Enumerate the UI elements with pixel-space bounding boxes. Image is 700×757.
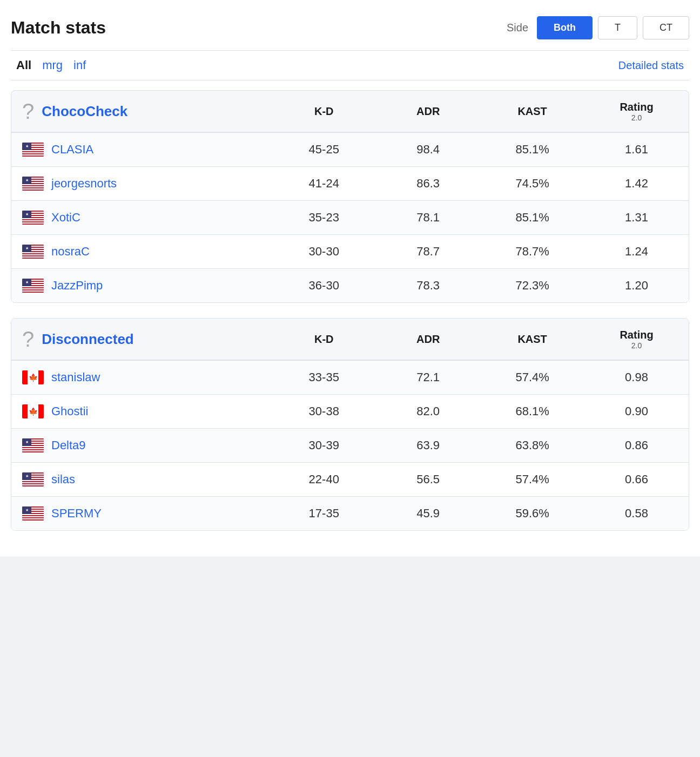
team-block-disconnected: ? Disconnected K-D ADR KAST Rating2.0 st… — [11, 318, 689, 531]
flag-us-icon — [22, 211, 44, 225]
stat-kd: 41-24 — [272, 167, 376, 200]
player-cell: silas — [11, 463, 272, 496]
stat-adr: 45.9 — [376, 497, 480, 530]
stat-adr: 63.9 — [376, 429, 480, 462]
stat-adr: 86.3 — [376, 167, 480, 200]
stat-kast: 68.1% — [480, 395, 584, 428]
stat-kast: 74.5% — [480, 167, 584, 200]
player-name[interactable]: XotiC — [51, 211, 80, 225]
flag-us-icon — [22, 506, 44, 521]
stat-kast: 78.7% — [480, 235, 584, 268]
col-kast-1: KAST — [480, 96, 584, 127]
stat-kast: 85.1% — [480, 133, 584, 166]
stat-rating: 0.98 — [584, 361, 689, 394]
player-row: Ghostii 30-38 82.0 68.1% 0.90 — [11, 394, 689, 428]
player-cell: jeorgesnorts — [11, 167, 272, 200]
stat-rating: 0.58 — [584, 497, 689, 530]
player-row: nosraC 30-30 78.7 78.7% 1.24 — [11, 234, 689, 268]
flag-us-icon — [22, 143, 44, 157]
stat-rating: 1.24 — [584, 235, 689, 268]
page-header: Match stats Side Both T CT — [11, 11, 689, 50]
team-logo-placeholder-2: ? — [22, 328, 34, 350]
player-name[interactable]: SPERMY — [51, 506, 102, 521]
stat-adr: 72.1 — [376, 361, 480, 394]
filter-tabs: All mrg inf — [16, 58, 86, 72]
player-name[interactable]: CLASIA — [51, 143, 93, 157]
player-row: stanislaw 33-35 72.1 57.4% 0.98 — [11, 360, 689, 394]
team-block-chococheck: ? ChocoCheck K-D ADR KAST Rating2.0 CLAS… — [11, 90, 689, 303]
filter-tab-mrg[interactable]: mrg — [42, 58, 63, 72]
flag-ca-icon — [22, 370, 44, 384]
stat-kd: 33-35 — [272, 361, 376, 394]
stat-adr: 78.7 — [376, 235, 480, 268]
player-cell: CLASIA — [11, 133, 272, 166]
player-row: Delta9 30-39 63.9 63.8% 0.86 — [11, 428, 689, 462]
flag-us-icon — [22, 279, 44, 293]
col-kd-1: K-D — [272, 96, 376, 127]
stat-adr: 82.0 — [376, 395, 480, 428]
stat-rating: 1.20 — [584, 269, 689, 302]
player-row: jeorgesnorts 41-24 86.3 74.5% 1.42 — [11, 166, 689, 200]
player-cell: SPERMY — [11, 497, 272, 530]
flag-ca-icon — [22, 404, 44, 418]
page-title: Match stats — [11, 18, 106, 38]
stat-kd: 22-40 — [272, 463, 376, 496]
side-label: Side — [507, 22, 528, 34]
team-name-cell-chococheck: ? ChocoCheck — [11, 91, 272, 132]
col-rating-1: Rating2.0 — [584, 91, 689, 132]
team-header-disconnected: ? Disconnected K-D ADR KAST Rating2.0 — [11, 319, 689, 360]
stat-kast: 57.4% — [480, 361, 584, 394]
col-rating-2: Rating2.0 — [584, 319, 689, 360]
stat-kd: 30-39 — [272, 429, 376, 462]
side-btn-ct[interactable]: CT — [643, 16, 689, 39]
stat-kd: 36-30 — [272, 269, 376, 302]
flag-us-icon — [22, 245, 44, 259]
stat-kast: 85.1% — [480, 201, 584, 234]
player-name[interactable]: Delta9 — [51, 438, 86, 452]
stat-rating: 1.42 — [584, 167, 689, 200]
detailed-stats-link[interactable]: Detailed stats — [618, 59, 684, 72]
stat-adr: 78.3 — [376, 269, 480, 302]
stat-rating: 0.90 — [584, 395, 689, 428]
player-cell: stanislaw — [11, 361, 272, 394]
player-name[interactable]: jeorgesnorts — [51, 177, 117, 191]
player-row: XotiC 35-23 78.1 85.1% 1.31 — [11, 200, 689, 234]
stat-kd: 35-23 — [272, 201, 376, 234]
stat-kd: 17-35 — [272, 497, 376, 530]
side-btn-t[interactable]: T — [598, 16, 637, 39]
team-logo-placeholder: ? — [22, 100, 34, 122]
stat-kast: 72.3% — [480, 269, 584, 302]
filter-row: All mrg inf Detailed stats — [11, 50, 689, 80]
player-name[interactable]: Ghostii — [51, 404, 88, 418]
stat-rating: 0.86 — [584, 429, 689, 462]
player-cell: Delta9 — [11, 429, 272, 462]
player-name[interactable]: silas — [51, 472, 75, 486]
player-cell: Ghostii — [11, 395, 272, 428]
player-cell: JazzPimp — [11, 269, 272, 302]
stat-adr: 56.5 — [376, 463, 480, 496]
filter-tab-all[interactable]: All — [16, 58, 31, 72]
player-row: CLASIA 45-25 98.4 85.1% 1.61 — [11, 132, 689, 166]
team-name-chococheck[interactable]: ChocoCheck — [42, 103, 127, 120]
stat-kast: 57.4% — [480, 463, 584, 496]
team-name-disconnected[interactable]: Disconnected — [42, 331, 134, 348]
stat-kast: 59.6% — [480, 497, 584, 530]
flag-us-icon — [22, 472, 44, 486]
stat-rating: 1.61 — [584, 133, 689, 166]
stat-kast: 63.8% — [480, 429, 584, 462]
player-name[interactable]: nosraC — [51, 245, 90, 259]
team-header-chococheck: ? ChocoCheck K-D ADR KAST Rating2.0 — [11, 91, 689, 132]
player-row: silas 22-40 56.5 57.4% 0.66 — [11, 462, 689, 496]
team-name-cell-disconnected: ? Disconnected — [11, 319, 272, 360]
flag-us-icon — [22, 177, 44, 191]
side-btn-both[interactable]: Both — [537, 16, 593, 39]
player-name[interactable]: stanislaw — [51, 370, 100, 384]
player-cell: nosraC — [11, 235, 272, 268]
side-controls: Side Both T CT — [507, 16, 689, 39]
stat-adr: 98.4 — [376, 133, 480, 166]
stat-rating: 1.31 — [584, 201, 689, 234]
player-name[interactable]: JazzPimp — [51, 279, 103, 293]
col-adr-1: ADR — [376, 96, 480, 127]
filter-tab-inf[interactable]: inf — [73, 58, 86, 72]
flag-us-icon — [22, 438, 44, 452]
